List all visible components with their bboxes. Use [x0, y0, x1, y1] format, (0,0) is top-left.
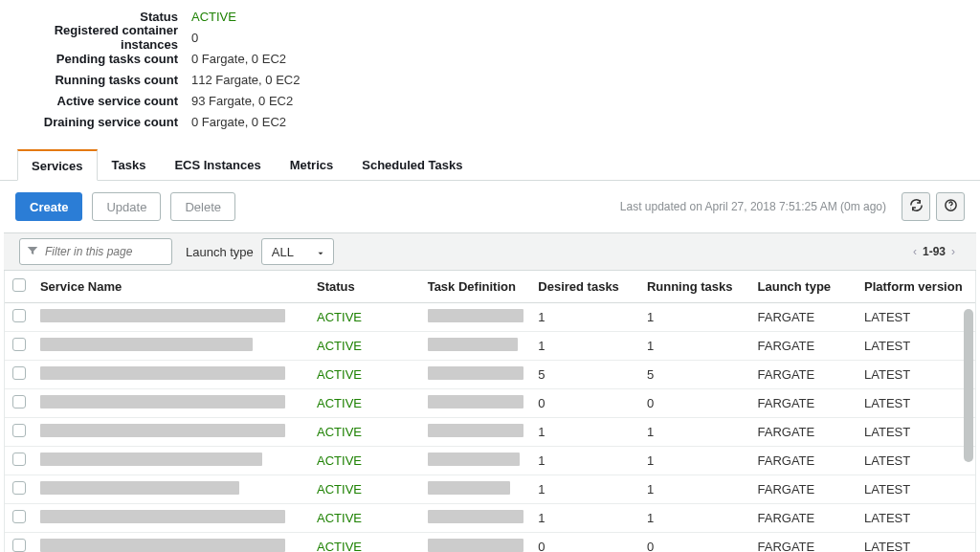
service-row[interactable]: ACTIVE11FARGATELATEST	[5, 504, 975, 533]
row-platform: LATEST	[857, 533, 975, 553]
col-status[interactable]: Status	[309, 271, 420, 303]
filter-icon	[26, 244, 39, 260]
select-all-checkbox[interactable]	[12, 278, 26, 292]
delete-button[interactable]: Delete	[170, 192, 235, 221]
row-platform: LATEST	[857, 361, 975, 389]
toolbar: Create Update Delete Last updated on Apr…	[0, 181, 980, 232]
service-row[interactable]: ACTIVE11FARGATELATEST	[5, 447, 975, 475]
row-status: ACTIVE	[317, 511, 362, 525]
service-row[interactable]: ACTIVE11FARGATELATEST	[5, 303, 975, 332]
refresh-button[interactable]	[902, 192, 930, 221]
task-def-redacted[interactable]	[428, 424, 523, 437]
service-name-redacted[interactable]	[40, 539, 285, 552]
row-running: 1	[639, 504, 750, 533]
row-status: ACTIVE	[317, 396, 362, 410]
row-launch: FARGATE	[750, 303, 858, 332]
col-desired[interactable]: Desired tasks	[530, 271, 639, 303]
row-desired: 5	[530, 361, 639, 389]
table-header-row: Service Name Status Task Definition Desi…	[5, 271, 975, 303]
pager-range: 1-93	[923, 245, 946, 258]
tab-services[interactable]: Services	[17, 149, 98, 181]
tab-ecs-instances[interactable]: ECS Instances	[160, 149, 275, 180]
row-desired: 1	[530, 447, 639, 475]
col-running[interactable]: Running tasks	[639, 271, 750, 303]
row-status: ACTIVE	[317, 339, 362, 353]
service-name-redacted[interactable]	[40, 481, 239, 495]
service-row[interactable]: ACTIVE00FARGATELATEST	[5, 533, 975, 553]
service-name-redacted[interactable]	[40, 338, 253, 351]
filter-input[interactable]	[19, 238, 172, 265]
tab-tasks[interactable]: Tasks	[98, 149, 161, 180]
row-checkbox[interactable]	[12, 510, 26, 523]
active-svc-value: 93 Fargate, 0 EC2	[191, 94, 293, 108]
task-def-redacted[interactable]	[428, 539, 523, 552]
row-running: 1	[639, 418, 750, 447]
task-def-redacted[interactable]	[428, 510, 523, 523]
col-launch[interactable]: Launch type	[750, 271, 858, 303]
cluster-summary: Status ACTIVE Registered container insta…	[0, 0, 980, 149]
tab-scheduled-tasks[interactable]: Scheduled Tasks	[347, 149, 477, 180]
service-name-redacted[interactable]	[40, 395, 285, 408]
service-row[interactable]: ACTIVE11FARGATELATEST	[5, 475, 975, 504]
row-checkbox[interactable]	[12, 539, 26, 552]
row-checkbox[interactable]	[12, 338, 26, 351]
row-checkbox[interactable]	[12, 309, 26, 322]
row-desired: 1	[530, 418, 639, 447]
service-row[interactable]: ACTIVE11FARGATELATEST	[5, 332, 975, 361]
services-table: Service Name Status Task Definition Desi…	[4, 271, 976, 552]
refresh-icon	[909, 198, 924, 215]
service-name-redacted[interactable]	[40, 424, 285, 437]
status-label: Status	[0, 10, 191, 24]
service-row[interactable]: ACTIVE11FARGATELATEST	[5, 418, 975, 447]
row-status: ACTIVE	[317, 425, 362, 439]
launch-type-select[interactable]: ALL	[261, 238, 334, 265]
update-button[interactable]: Update	[92, 192, 161, 221]
row-running: 0	[639, 389, 750, 418]
tab-metrics[interactable]: Metrics	[276, 149, 348, 180]
row-checkbox[interactable]	[12, 395, 26, 408]
tabs: Services Tasks ECS Instances Metrics Sch…	[0, 149, 980, 181]
task-def-redacted[interactable]	[428, 366, 523, 380]
row-platform: LATEST	[857, 447, 975, 475]
row-launch: FARGATE	[750, 475, 858, 504]
row-platform: LATEST	[857, 332, 975, 361]
active-svc-label: Active service count	[0, 94, 191, 108]
task-def-redacted[interactable]	[428, 453, 520, 466]
task-def-redacted[interactable]	[428, 395, 523, 408]
row-platform: LATEST	[857, 504, 975, 533]
row-running: 1	[639, 303, 750, 332]
service-row[interactable]: ACTIVE55FARGATELATEST	[5, 361, 975, 389]
pager-next[interactable]: ›	[946, 245, 961, 258]
row-checkbox[interactable]	[12, 481, 26, 495]
task-def-redacted[interactable]	[428, 338, 518, 351]
scrollbar-thumb[interactable]	[964, 309, 973, 462]
service-name-redacted[interactable]	[40, 366, 285, 380]
row-platform: LATEST	[857, 418, 975, 447]
row-checkbox[interactable]	[12, 366, 26, 380]
service-name-redacted[interactable]	[40, 510, 285, 523]
row-checkbox[interactable]	[12, 453, 26, 466]
row-running: 0	[639, 533, 750, 553]
draining-value: 0 Fargate, 0 EC2	[191, 115, 286, 129]
row-checkbox[interactable]	[12, 424, 26, 437]
pager: ‹ 1-93 ›	[907, 245, 961, 258]
last-updated: Last updated on April 27, 2018 7:51:25 A…	[620, 200, 886, 213]
col-service-name[interactable]: Service Name	[33, 271, 309, 303]
row-status: ACTIVE	[317, 540, 362, 552]
help-button[interactable]	[936, 192, 965, 221]
service-row[interactable]: ACTIVE00FARGATELATEST	[5, 389, 975, 418]
task-def-redacted[interactable]	[428, 481, 510, 495]
create-button[interactable]: Create	[15, 192, 82, 221]
service-name-redacted[interactable]	[40, 453, 262, 466]
row-launch: FARGATE	[750, 533, 858, 553]
reg-inst-value: 0	[191, 31, 198, 45]
row-desired: 1	[530, 303, 639, 332]
row-launch: FARGATE	[750, 504, 858, 533]
row-platform: LATEST	[857, 303, 975, 332]
col-task-def[interactable]: Task Definition	[420, 271, 531, 303]
service-name-redacted[interactable]	[40, 309, 285, 322]
task-def-redacted[interactable]	[428, 309, 523, 322]
chevron-down-icon	[316, 247, 325, 261]
col-platform[interactable]: Platform version	[857, 271, 975, 303]
pager-prev[interactable]: ‹	[907, 245, 923, 258]
